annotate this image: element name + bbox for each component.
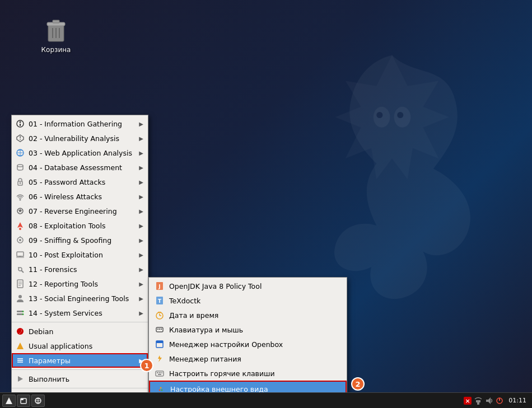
menu-item-post-exploit[interactable]: 10 - Post Exploitation▶: [12, 247, 148, 262]
sub-menu-label-openjdk: OpenJDK Java 8 Policy Tool: [169, 282, 262, 290]
menu-separator-3: [12, 388, 148, 388]
menu-item-label-reverse-eng: 07 - Reverse Engineering: [29, 207, 134, 215]
sub-menu-label-texdoctk: TeXdoctk: [169, 297, 200, 305]
menu-item-icon-forensics: [15, 264, 25, 274]
menu-separator-2: [12, 369, 148, 370]
menu-item-forensics[interactable]: 11 - Forensics▶: [12, 262, 148, 276]
svg-rect-26: [17, 252, 24, 256]
taskbar-time: 01:11: [506, 397, 529, 404]
trash-icon[interactable]: Корзина: [34, 17, 78, 54]
menu-item-icon-db-assessment: [15, 162, 25, 172]
svg-point-3: [397, 112, 403, 118]
trash-label: Корзина: [41, 46, 71, 54]
menu-item-icon-system-services: [15, 308, 25, 318]
svg-point-40: [22, 313, 24, 315]
menu-container: 01 - Information Gathering▶!02 - Vulnera…: [11, 115, 347, 408]
menu-item-label-vuln-analysis: 02 - Vulnerability Analysis: [29, 134, 134, 143]
menu-item-label-exploitation: 08 - Exploitation Tools: [29, 222, 134, 230]
menu-item-system-services[interactable]: 14 - System Services▶: [12, 306, 148, 320]
taskbar-files-btn[interactable]: [17, 395, 30, 407]
sub-menu-item-openjdk[interactable]: JOpenJDK Java 8 Policy Tool: [149, 279, 347, 293]
svg-text:!: !: [19, 135, 21, 141]
svg-text:J: J: [158, 284, 160, 289]
svg-rect-68: [158, 374, 161, 375]
menu-item-label-forensics: 11 - Forensics: [29, 265, 134, 274]
menu-item-arrow-sniffing: ▶: [139, 237, 143, 243]
menu-item-exploitation[interactable]: 08 - Exploitation Tools▶: [12, 218, 148, 233]
svg-point-2: [376, 112, 382, 118]
svg-point-41: [17, 328, 24, 335]
svg-point-20: [20, 199, 21, 201]
menu-item-reverse-eng[interactable]: 07 - Reverse Engineering▶: [12, 204, 148, 218]
menu-item-run[interactable]: Выполнить: [12, 372, 148, 386]
sub-menu-item-power-manager[interactable]: Менеджер питания: [149, 351, 347, 366]
menu-item-label-db-assessment: 04 - Database Assessment: [29, 163, 134, 172]
menu-item-icon-web-app: [15, 148, 25, 158]
menu-item-usual-apps[interactable]: Usual applications: [12, 339, 148, 353]
menu-item-label-sniffing: 09 - Sniffing & Spoofing: [29, 236, 134, 245]
sub-menu-icon-keyboard-mouse: [155, 325, 165, 335]
menu-item-social-eng[interactable]: 13 - Social Engineering Tools▶: [12, 291, 148, 306]
trash-icon-img: [43, 17, 69, 44]
sub-menu-icon-datetime: [155, 310, 165, 320]
menu-item-arrow-reporting: ▶: [139, 281, 143, 287]
tray-error-icon: ×: [463, 396, 472, 405]
menu-item-reporting[interactable]: 12 - Reporting Tools▶: [12, 276, 148, 291]
menu-item-icon-password-attacks: [15, 177, 25, 187]
menu-item-icon-reverse-eng: [15, 206, 25, 216]
taskbar-left: [0, 395, 47, 407]
menu-item-icon-debian: [15, 326, 25, 336]
svg-point-11: [20, 121, 21, 123]
menu-item-arrow-db-assessment: ▶: [139, 165, 143, 171]
desktop: Корзина 01 - Information Gathering▶!02 -…: [0, 0, 532, 408]
menu-item-wireless[interactable]: 06 - Wireless Attacks▶: [12, 189, 148, 204]
menu-item-label-post-exploit: 10 - Post Exploitation: [29, 251, 134, 259]
taskbar-browser-btn[interactable]: [31, 395, 45, 407]
svg-rect-61: [161, 329, 162, 330]
taskbar: ×: [0, 392, 532, 408]
menu-item-arrow-wireless: ▶: [139, 194, 143, 200]
menu-item-icon-vuln-analysis: !: [15, 133, 25, 143]
tray-volume-icon: [484, 396, 493, 405]
menu-item-sniffing[interactable]: 09 - Sniffing & Spoofing▶: [12, 233, 148, 247]
svg-point-72: [160, 387, 162, 389]
menu-item-label-web-app: 03 - Web Application Analysis: [29, 149, 134, 157]
sub-menu-label-keyboard-mouse: Клавиатура и мышь: [169, 326, 243, 334]
sub-menu-item-keyboard-mouse[interactable]: Клавиатура и мышь: [149, 322, 347, 337]
svg-point-19: [20, 182, 21, 184]
svg-text:T: T: [158, 298, 162, 304]
menu-item-info-gathering[interactable]: 01 - Information Gathering▶: [12, 116, 148, 131]
menu-item-icon-info-gathering: [15, 119, 25, 129]
svg-rect-64: [156, 371, 164, 376]
svg-point-39: [22, 311, 24, 312]
menu-item-web-app[interactable]: 03 - Web Application Analysis▶: [12, 146, 148, 160]
menu-item-debian[interactable]: Debian: [12, 324, 148, 339]
sub-menu-item-datetime[interactable]: Дата и время: [149, 308, 347, 322]
sub-menu-item-hotkeys[interactable]: Настроить горячие клавиши: [149, 366, 347, 381]
sub-menu-item-texdoctk[interactable]: TTeXdoctk: [149, 293, 347, 308]
svg-rect-60: [159, 329, 160, 330]
menu-separator-1: [12, 322, 148, 322]
taskbar-menu-btn[interactable]: [2, 395, 16, 407]
menu-item-label-reporting: 12 - Reporting Tools: [29, 280, 134, 288]
menu-item-icon-post-exploit: [15, 250, 25, 260]
menu-item-icon-run: [15, 374, 25, 384]
menu-item-vuln-analysis[interactable]: !02 - Vulnerability Analysis▶: [12, 131, 148, 146]
svg-marker-109: [486, 397, 491, 404]
menu-item-arrow-forensics: ▶: [139, 266, 143, 273]
svg-marker-99: [6, 397, 12, 404]
menu-item-db-assessment[interactable]: 04 - Database Assessment▶: [12, 160, 148, 175]
svg-point-70: [159, 390, 161, 391]
sub-menu-label-openbox-settings: Менеджер настройки Openbox: [169, 340, 283, 349]
taskbar-right: ×: [460, 396, 532, 405]
svg-point-17: [17, 165, 23, 167]
menu-item-label-info-gathering: 01 - Information Gathering: [29, 120, 134, 128]
menu-item-settings[interactable]: Параметры▶1: [12, 353, 148, 368]
menu-item-icon-social-eng: [15, 293, 25, 303]
menu-item-arrow-system-services: ▶: [139, 310, 143, 316]
sub-menu-item-openbox-settings[interactable]: Менеджер настройки Openbox: [149, 337, 347, 351]
menu-item-label-wireless: 06 - Wireless Attacks: [29, 193, 134, 201]
sub-menu-label-power-manager: Менеджер питания: [169, 355, 241, 363]
svg-line-30: [21, 270, 24, 273]
menu-item-password-attacks[interactable]: 05 - Password Attacks▶: [12, 175, 148, 189]
